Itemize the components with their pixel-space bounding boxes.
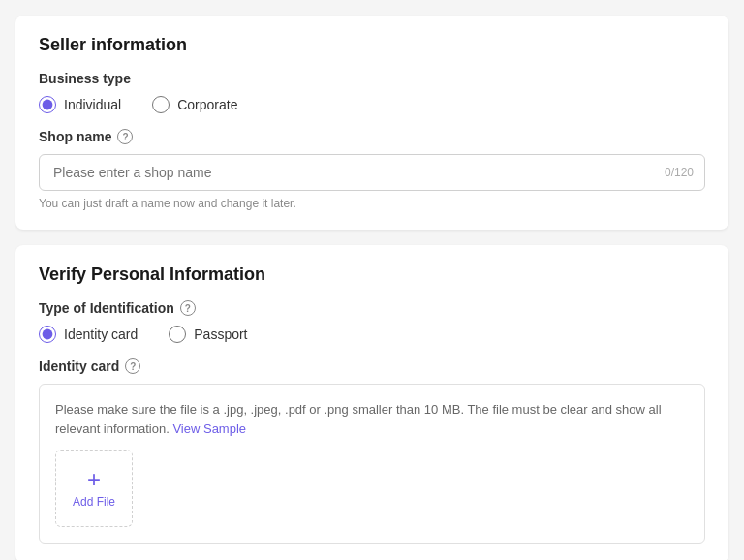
radio-individual[interactable]: Individual [39, 96, 121, 113]
shop-name-input[interactable] [39, 154, 705, 191]
seller-information-card: Seller information Business type Individ… [16, 16, 728, 230]
upload-area: Please make sure the file is a .jpg, .jp… [39, 384, 705, 544]
id-type-label-row: Type of Identification ? [39, 300, 705, 316]
id-type-label: Type of Identification [39, 300, 174, 316]
business-type-group: Individual Corporate [39, 96, 705, 113]
shop-name-char-count: 0/120 [665, 166, 694, 179]
radio-passport-input[interactable] [169, 326, 186, 343]
shop-name-info-icon[interactable]: ? [117, 129, 133, 144]
identity-card-info-icon[interactable]: ? [125, 358, 140, 374]
verify-info-title: Verify Personal Information [39, 264, 705, 285]
business-type-label: Business type [39, 71, 705, 86]
shop-name-input-wrapper: 0/120 [39, 154, 705, 191]
add-file-label: Add File [73, 495, 115, 509]
radio-passport-label: Passport [194, 327, 247, 342]
id-type-info-icon[interactable]: ? [180, 300, 196, 316]
radio-passport[interactable]: Passport [169, 326, 247, 343]
view-sample-link[interactable]: View Sample [172, 421, 246, 436]
shop-name-section: Shop name ? 0/120 You can just draft a n… [39, 129, 705, 210]
shop-name-label-row: Shop name ? [39, 129, 705, 144]
shop-name-label: Shop name [39, 129, 111, 144]
shop-name-hint: You can just draft a name now and change… [39, 197, 705, 210]
radio-individual-input[interactable] [39, 96, 56, 113]
radio-corporate-input[interactable] [152, 96, 170, 113]
id-type-group: Identity card Passport [39, 326, 705, 343]
radio-identity-card-input[interactable] [39, 326, 56, 343]
radio-individual-label: Individual [64, 97, 121, 112]
seller-info-title: Seller information [39, 35, 705, 55]
identity-card-label-row: Identity card ? [39, 358, 705, 374]
radio-identity-card[interactable]: Identity card [39, 326, 138, 343]
verify-personal-card: Verify Personal Information Type of Iden… [16, 245, 728, 560]
add-file-icon: + [87, 468, 101, 491]
radio-corporate[interactable]: Corporate [152, 96, 237, 113]
add-file-button[interactable]: + Add File [55, 450, 133, 527]
upload-description: Please make sure the file is a .jpg, .jp… [55, 400, 689, 438]
radio-corporate-label: Corporate [177, 97, 237, 112]
identity-card-label: Identity card [39, 358, 119, 374]
radio-identity-card-label: Identity card [64, 327, 138, 342]
